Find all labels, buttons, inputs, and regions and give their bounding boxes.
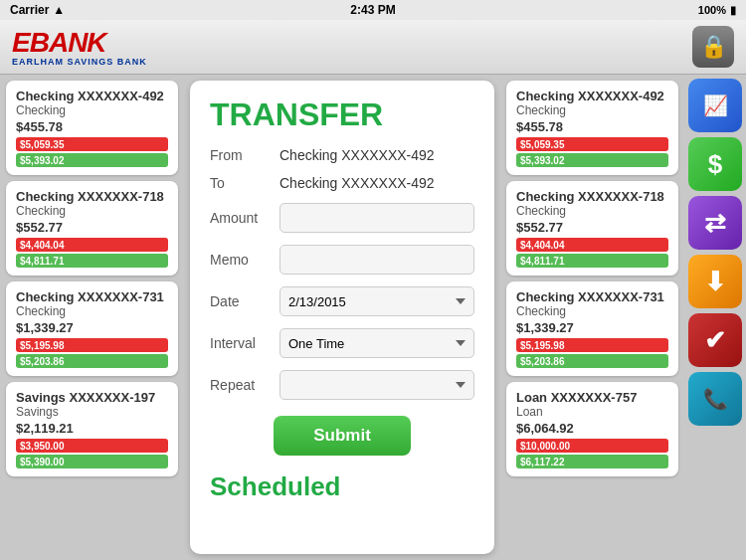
status-bar-time: 2:43 PM — [350, 3, 395, 17]
logo-rest: BANK — [30, 27, 106, 58]
logo-container: EBANK EARLHAM SAVINGS BANK — [12, 27, 147, 67]
account-card[interactable]: Checking XXXXXXX-718 Checking $552.77 $4… — [6, 181, 178, 276]
contact-icon[interactable]: 📞 — [688, 372, 742, 426]
submit-button[interactable]: Submit — [274, 416, 411, 456]
account-title: Checking XXXXXXX-492 — [16, 89, 168, 103]
status-bar: Carrier ▲ 2:43 PM 100% ▮ — [0, 0, 746, 20]
from-label: From — [210, 147, 280, 163]
bar-red: $5,195.98 — [16, 338, 168, 352]
account-card[interactable]: Checking XXXXXXX-731 Checking $1,339.27 … — [6, 281, 178, 376]
transfer-icon[interactable]: ⇄ — [688, 196, 742, 250]
battery-label: 100% — [698, 4, 726, 16]
bar-green: $5,393.02 — [16, 153, 168, 167]
check-icon[interactable]: ✔ — [688, 313, 742, 367]
to-value: Checking XXXXXXX-492 — [280, 175, 435, 191]
date-row: Date 2/13/2015 — [210, 286, 474, 316]
interval-select[interactable]: One Time Weekly Monthly — [280, 328, 474, 358]
status-bar-left: Carrier ▲ — [10, 3, 65, 17]
account-title: Loan XXXXXXX-757 — [516, 390, 668, 405]
account-balance: $552.77 — [16, 220, 168, 235]
date-select[interactable]: 2/13/2015 — [280, 286, 474, 316]
account-title: Checking XXXXXXX-718 — [516, 189, 668, 204]
account-card[interactable]: Checking XXXXXXX-492 Checking $455.78 $5… — [506, 81, 678, 175]
icon-sidebar: 📈$⇄⬇✔📞 — [684, 75, 746, 560]
account-card[interactable]: Checking XXXXXXX-718 Checking $552.77 $4… — [506, 181, 678, 276]
account-type: Checking — [516, 103, 668, 117]
to-row: To Checking XXXXXXX-492 — [210, 175, 474, 191]
amount-input[interactable] — [280, 203, 474, 233]
account-card[interactable]: Checking XXXXXXX-492 Checking $455.78 $5… — [6, 81, 178, 175]
bar-red: $10,000.00 — [516, 439, 668, 453]
account-balance: $2,119.21 — [16, 421, 168, 436]
account-balance: $552.77 — [516, 220, 668, 235]
repeat-row: Repeat — [210, 370, 474, 400]
account-bars: $3,950.00 $5,390.00 — [16, 439, 168, 468]
account-type: Savings — [16, 405, 168, 419]
account-title: Savings XXXXXXX-197 — [16, 390, 168, 405]
bar-red: $4,404.04 — [516, 238, 668, 252]
battery-icon: ▮ — [730, 4, 736, 17]
transfer-title: TRANSFER — [210, 96, 474, 133]
main-layout: Checking XXXXXXX-492 Checking $455.78 $5… — [0, 75, 746, 560]
account-bars: $5,195.98 $5,203.86 — [516, 338, 668, 368]
logo-highlight: E — [12, 27, 30, 58]
download-icon[interactable]: ⬇ — [688, 255, 742, 308]
account-type: Loan — [516, 405, 668, 419]
bar-green: $5,393.02 — [516, 153, 668, 167]
center-panel: TRANSFER From Checking XXXXXXX-492 To Ch… — [190, 81, 494, 554]
bar-red: $5,059.35 — [16, 137, 168, 151]
bar-red: $3,950.00 — [16, 439, 168, 453]
lock-button[interactable]: 🔒 — [692, 26, 734, 68]
interval-label: Interval — [210, 335, 280, 351]
amount-row: Amount — [210, 203, 474, 233]
account-type: Checking — [16, 103, 168, 117]
repeat-select[interactable] — [280, 370, 474, 400]
app-header: EBANK EARLHAM SAVINGS BANK 🔒 — [0, 20, 746, 75]
chart-icon[interactable]: 📈 — [688, 79, 742, 132]
account-title: Checking XXXXXXX-731 — [516, 289, 668, 304]
logo-subtitle: EARLHAM SAVINGS BANK — [12, 57, 147, 67]
from-row: From Checking XXXXXXX-492 — [210, 147, 474, 163]
account-type: Checking — [516, 304, 668, 318]
account-card[interactable]: Checking XXXXXXX-731 Checking $1,339.27 … — [506, 281, 678, 376]
account-type: Checking — [516, 204, 668, 218]
from-value: Checking XXXXXXX-492 — [280, 147, 435, 163]
account-title: Checking XXXXXXX-492 — [516, 89, 668, 103]
status-bar-right: 100% ▮ — [698, 4, 736, 17]
amount-label: Amount — [210, 210, 280, 226]
bar-green: $5,390.00 — [16, 455, 168, 468]
right-sidebar: Checking XXXXXXX-492 Checking $455.78 $5… — [500, 75, 684, 560]
repeat-label: Repeat — [210, 377, 280, 393]
left-sidebar: Checking XXXXXXX-492 Checking $455.78 $5… — [0, 75, 184, 560]
account-type: Checking — [16, 204, 168, 218]
logo-block: EBANK EARLHAM SAVINGS BANK — [12, 27, 147, 67]
account-bars: $5,059.35 $5,393.02 — [16, 137, 168, 167]
memo-input[interactable] — [280, 245, 474, 275]
account-bars: $10,000.00 $6,117.22 — [516, 439, 668, 468]
account-card[interactable]: Loan XXXXXXX-757 Loan $6,064.92 $10,000.… — [506, 382, 678, 476]
to-label: To — [210, 175, 280, 191]
dollar-icon[interactable]: $ — [688, 137, 742, 191]
bar-green: $6,117.22 — [516, 455, 668, 468]
account-bars: $4,404.04 $4,811.71 — [516, 238, 668, 268]
account-card[interactable]: Savings XXXXXXX-197 Savings $2,119.21 $3… — [6, 382, 178, 476]
bar-red: $4,404.04 — [16, 238, 168, 252]
bar-green: $4,811.71 — [16, 254, 168, 268]
account-balance: $455.78 — [516, 119, 668, 134]
scheduled-title: Scheduled — [210, 471, 474, 502]
account-bars: $4,404.04 $4,811.71 — [16, 238, 168, 268]
account-type: Checking — [16, 304, 168, 318]
bar-red: $5,059.35 — [516, 137, 668, 151]
account-balance: $6,064.92 — [516, 421, 668, 436]
account-bars: $5,195.98 $5,203.86 — [16, 338, 168, 368]
wifi-icon: ▲ — [53, 3, 65, 17]
bar-green: $4,811.71 — [516, 254, 668, 268]
account-title: Checking XXXXXXX-718 — [16, 189, 168, 204]
bar-red: $5,195.98 — [516, 338, 668, 352]
lock-icon: 🔒 — [700, 34, 727, 60]
account-title: Checking XXXXXXX-731 — [16, 289, 168, 304]
account-balance: $1,339.27 — [16, 320, 168, 335]
logo-text: EBANK — [12, 27, 147, 59]
interval-row: Interval One Time Weekly Monthly — [210, 328, 474, 358]
memo-label: Memo — [210, 252, 280, 268]
